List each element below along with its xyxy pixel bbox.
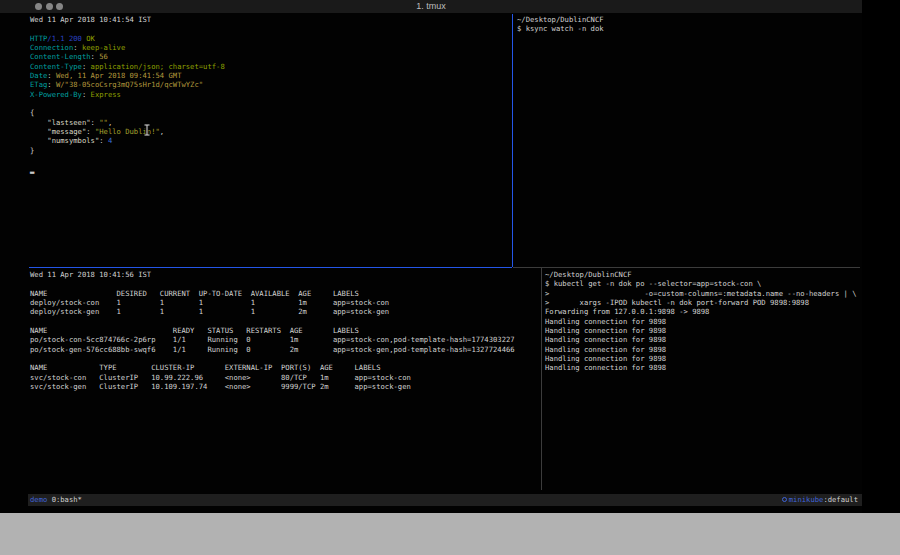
terminal-line [30, 99, 512, 108]
terminal-line: Content-Length: 56 [30, 52, 512, 61]
terminal-line: HTTP/1.1 200 OK [30, 34, 512, 43]
terminal-text-segment: Wed 11 Apr 2018 10:41:56 IST [30, 270, 151, 279]
pane-port-forward[interactable]: ~/Desktop/DublinCNCF$ kubectl get -n dok… [542, 268, 862, 490]
pane-http-response[interactable]: Wed 11 Apr 2018 10:41:54 IST HTTP/1.1 20… [0, 13, 512, 267]
terminal-text-segment: po/stock-con-5cc874766c-2p6rp 1/1 Runnin… [30, 335, 515, 344]
terminal-text-segment: Connection [30, 43, 73, 52]
terminal-line [30, 279, 541, 288]
terminal-line: > xargs -IPOD kubectl -n dok port-forwar… [545, 298, 862, 307]
pane-ksync[interactable]: ~/Desktop/DublinCNCF$ ksync watch -n dok [513, 13, 862, 267]
kube-namespace: :default [823, 495, 858, 504]
terminal-text-segment: } [30, 146, 34, 155]
terminal-line: ▂ [30, 165, 512, 174]
terminal-text-segment: application/json; charset=utf-8 [91, 62, 225, 71]
terminal-line: deploy/stock-gen 1 1 1 1 2m app=stock-ge… [30, 307, 541, 316]
pane-kubectl-get[interactable]: Wed 11 Apr 2018 10:41:56 IST NAME DESIRE… [0, 268, 541, 490]
terminal-line: NAME READY STATUS RESTARTS AGE LABELS [30, 326, 541, 335]
terminal-text-segment: $ ksync watch -n dok [517, 24, 604, 33]
terminal-text-segment: , [108, 118, 112, 127]
terminal-line: Content-Type: application/json; charset=… [30, 62, 512, 71]
terminal-text-segment: > xargs -IPOD kubectl -n dok port-forwar… [545, 298, 809, 307]
terminal-line: > -o=custom-columns=:metadata.name --no-… [545, 289, 862, 298]
terminal-text-segment: 56 [99, 52, 108, 61]
terminal-text-segment: keep-alive [82, 43, 125, 52]
status-left: demo 0:bash* [30, 494, 82, 506]
terminal-text-segment: NAME DESIRED CURRENT UP-TO-DATE AVAILABL… [30, 289, 359, 298]
terminal-line: Handling connection for 9898 [545, 326, 862, 335]
terminal-line: Forwarding from 127.0.0.1:9898 -> 9898 [545, 307, 862, 316]
terminal-text-segment: Content-Length [30, 52, 91, 61]
window-indicator[interactable]: 0:bash* [47, 495, 82, 504]
pane-divider-horizontal-right[interactable] [513, 267, 860, 268]
terminal-text-segment: { [30, 108, 34, 117]
titlebar: 1. tmux [0, 0, 862, 13]
terminal-line: svc/stock-gen ClusterIP 10.109.197.74 <n… [30, 382, 541, 391]
terminal-text-segment: Handling connection for 9898 [545, 317, 666, 326]
terminal-line: ~/Desktop/DublinCNCF [517, 15, 862, 24]
status-right: minikube:default [782, 494, 858, 506]
terminal-text-segment: NAME TYPE CLUSTER-IP EXTERNAL-IP PORT(S)… [30, 363, 381, 372]
helm-wheel-icon [782, 497, 787, 502]
terminal-line: svc/stock-con ClusterIP 10.99.222.96 <no… [30, 373, 541, 382]
terminal-line: { [30, 108, 512, 117]
terminal-text-segment: : [91, 118, 100, 127]
terminal-text-segment: ETag [30, 80, 47, 89]
terminal-line: NAME TYPE CLUSTER-IP EXTERNAL-IP PORT(S)… [30, 363, 541, 372]
terminal-line [30, 354, 541, 363]
terminal-line: ~/Desktop/DublinCNCF [545, 270, 862, 279]
terminal-window: 1. tmux Wed 11 Apr 2018 10:41:54 IST HTT… [0, 0, 862, 513]
terminal-text-segment: Forwarding from 127.0.0.1:9898 -> 9898 [545, 307, 709, 316]
terminal-line [30, 155, 512, 164]
terminal-text-segment: Handling connection for 9898 [545, 363, 666, 372]
terminal-text-segment: Content-Type [30, 62, 82, 71]
terminal-line: ETag: W/"38-05coCsrg3mQ75sHr1d/qcWTwYZc" [30, 80, 512, 89]
terminal-line: Wed 11 Apr 2018 10:41:54 IST [30, 15, 512, 24]
terminal-text-segment: NAME READY STATUS RESTARTS AGE LABELS [30, 326, 359, 335]
terminal-line: NAME DESIRED CURRENT UP-TO-DATE AVAILABL… [30, 289, 541, 298]
terminal-text-segment: Handling connection for 9898 [545, 354, 666, 363]
terminal-text-segment: : [47, 71, 56, 80]
terminal-text-segment: Handling connection for 9898 [545, 326, 666, 335]
pane-divider-vertical-top[interactable] [512, 14, 513, 267]
terminal-text-segment: Date [30, 71, 47, 80]
terminal-text-segment: $ kubectl get -n dok po --selector=app=s… [545, 279, 761, 288]
terminal-text-segment: deploy/stock-gen 1 1 1 1 2m app=stock-ge… [30, 307, 389, 316]
terminal-text-segment: 4 [108, 136, 112, 145]
terminal-line [30, 24, 512, 33]
terminal-text-segment: : [82, 90, 91, 99]
terminal-text-segment: : [73, 43, 82, 52]
terminal-text-segment: po/stock-gen-576cc688bb-swqf6 1/1 Runnin… [30, 345, 515, 354]
terminal-line: Date: Wed, 11 Apr 2018 09:41:54 GMT [30, 71, 512, 80]
terminal-text-segment: ▂ [30, 165, 34, 174]
terminal-text-segment: W/"38-05coCsrg3mQ75sHr1d/qcWTwYZc" [56, 80, 203, 89]
terminal-text-segment: svc/stock-gen ClusterIP 10.109.197.74 <n… [30, 382, 411, 391]
terminal-text-segment: : [82, 62, 91, 71]
pane-divider-vertical-bottom[interactable] [541, 268, 542, 490]
terminal-line: Handling connection for 9898 [545, 354, 862, 363]
terminal-text-segment: deploy/stock-con 1 1 1 1 1m app=stock-co… [30, 298, 389, 307]
terminal-text-segment: "lastseen" [30, 118, 91, 127]
terminal-text-segment: Express [91, 90, 121, 99]
terminal-text-segment: "numsymbols" [30, 136, 99, 145]
terminal-line: Handling connection for 9898 [545, 335, 862, 344]
terminal-line: po/stock-con-5cc874766c-2p6rp 1/1 Runnin… [30, 335, 541, 344]
terminal-text-segment: : [47, 80, 56, 89]
pane-divider-horizontal-left[interactable] [29, 267, 512, 268]
terminal-text-segment: X-Powered-By [30, 90, 82, 99]
terminal-text-segment: svc/stock-con ClusterIP 10.99.222.96 <no… [30, 373, 411, 382]
terminal-line: Wed 11 Apr 2018 10:41:56 IST [30, 270, 541, 279]
tmux-status-bar: demo 0:bash* minikube:default [28, 494, 862, 506]
terminal-line: "lastseen": "", [30, 118, 512, 127]
terminal-line: Handling connection for 9898 [545, 345, 862, 354]
kube-context: minikube [789, 495, 824, 504]
terminal-text-segment: : [99, 136, 108, 145]
terminal-line: } [30, 146, 512, 155]
terminal-text-segment: Handling connection for 9898 [545, 335, 666, 344]
terminal-text-segment: ~/Desktop/DublinCNCF [545, 270, 632, 279]
terminal-text-segment: HTTP [30, 34, 47, 43]
terminal-text-segment: Handling connection for 9898 [545, 345, 666, 354]
terminal-line: $ kubectl get -n dok po --selector=app=s… [545, 279, 862, 288]
terminal-text-segment: Wed, 11 Apr 2018 09:41:54 GMT [56, 71, 182, 80]
desktop-background-strip [0, 513, 900, 555]
terminal-line [30, 317, 541, 326]
